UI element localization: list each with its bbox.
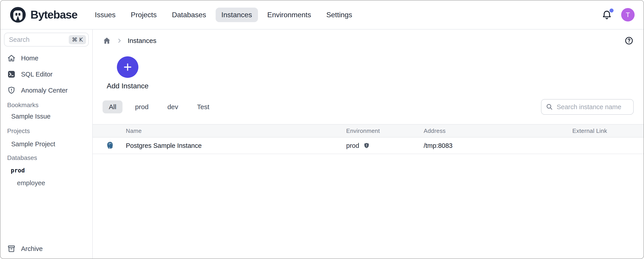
sidebar-item-archive[interactable]: Archive [0,241,92,257]
sidebar-item-label: Anomaly Center [21,87,68,94]
notification-bell-icon[interactable] [602,9,612,20]
terminal-icon [7,70,16,78]
avatar-initial: T [626,11,630,18]
nav-item-databases[interactable]: Databases [166,7,212,22]
bytebase-logo[interactable]: Bytebase [10,6,78,23]
filter-tab-dev[interactable]: dev [161,100,184,113]
bytebase-app-window: Bytebase Issues Projects Databases Insta… [0,0,644,259]
breadcrumb-current: Instances [128,37,156,44]
instance-search-input[interactable] [557,103,629,111]
environment-filter-tabs: All prod dev Test [102,100,216,113]
archive-box-icon [7,245,16,253]
instances-table: Name Environment Address External Link [93,124,644,154]
add-instance-button[interactable] [117,56,138,78]
brand-name: Bytebase [30,8,78,21]
table-row[interactable]: Postgres Sample Instance prod /tmp:808 [93,138,644,154]
chevron-right-icon [116,38,122,44]
nav-item-settings[interactable]: Settings [320,7,358,22]
sidebar-item-db-env-prod[interactable]: prod [0,164,92,177]
search-shortcut-badge: ⌘ K [69,35,86,44]
column-header-environment: Environment [346,127,424,134]
address-value: /tmp:8083 [424,142,572,149]
column-header-name: Name [93,127,346,134]
shield-icon [363,142,370,149]
sidebar-item-sql-editor[interactable]: SQL Editor [0,66,92,82]
sidebar-item-db-employee[interactable]: employee [0,177,92,189]
sidebar-item-home[interactable]: Home [0,50,92,66]
plus-icon [122,62,133,72]
help-circle-icon[interactable] [624,36,634,45]
add-instance: Add Instance [103,56,152,90]
topbar-right: T [602,8,634,21]
avatar[interactable]: T [621,8,634,21]
sidebar-search[interactable]: ⌘ K [4,33,89,46]
sidebar-section-databases: Databases [0,153,92,163]
notification-dot [610,8,614,12]
shield-alert-icon [7,86,16,95]
bytebase-logo-icon [10,6,26,23]
nav-item-environments[interactable]: Environments [262,7,317,22]
nav-item-instances[interactable]: Instances [216,7,258,22]
sidebar-item-label: SQL Editor [21,71,52,78]
sidebar-section-bookmarks: Bookmarks [0,100,92,110]
instance-name: Postgres Sample Instance [126,142,202,149]
breadcrumb: Instances [93,29,644,52]
column-header-address: Address [424,127,572,134]
sidebar-item-anomaly-center[interactable]: Anomaly Center [0,82,92,98]
sidebar-section-projects: Projects [0,126,92,136]
postgresql-icon [106,141,115,150]
top-navigation-bar: Bytebase Issues Projects Databases Insta… [0,0,644,29]
home-icon [7,54,16,62]
filter-tab-test[interactable]: Test [191,100,216,113]
sidebar-item-label: Home [21,55,38,62]
instance-search[interactable] [541,99,634,115]
sidebar: ⌘ K Home [0,29,93,259]
nav-item-issues[interactable]: Issues [89,7,121,22]
filter-tab-all[interactable]: All [102,100,122,113]
search-input[interactable] [9,36,69,43]
breadcrumb-home-icon[interactable] [102,36,111,45]
sidebar-item-label: Archive [21,245,43,253]
filter-tab-prod[interactable]: prod [129,100,155,113]
table-header-row: Name Environment Address External Link [93,124,644,138]
search-icon [546,103,553,110]
sidebar-item-sample-project[interactable]: Sample Project [0,138,92,150]
main-content: Instances Add Ins [93,29,644,259]
column-header-external-link: External Link [572,127,644,134]
add-instance-label: Add Instance [107,82,149,90]
sidebar-item-sample-issue[interactable]: Sample Issue [0,110,92,123]
primary-nav: Issues Projects Databases Instances Envi… [89,7,358,22]
environment-value: prod [346,142,359,149]
nav-item-projects[interactable]: Projects [125,7,162,22]
